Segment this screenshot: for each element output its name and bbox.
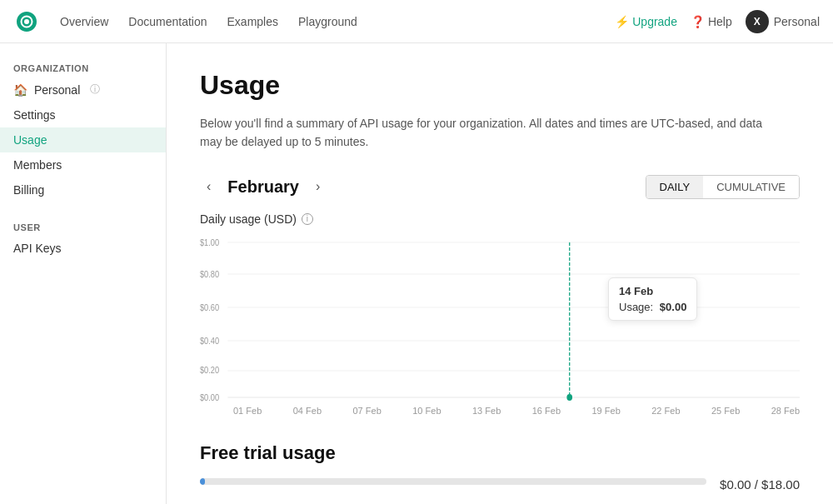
x-label-5: 16 Feb bbox=[532, 406, 561, 416]
svg-text:$0.60: $0.60 bbox=[200, 302, 219, 312]
progress-bar-container bbox=[200, 478, 706, 485]
chart-label: Daily usage (USD) bbox=[200, 212, 297, 226]
svg-text:$1.00: $1.00 bbox=[200, 237, 219, 247]
free-trial-section: Free trial usage $0.00 / $18.00 GRANT # … bbox=[200, 442, 800, 504]
home-icon: 🏠 bbox=[13, 83, 27, 97]
nav-overview[interactable]: Overview bbox=[60, 15, 108, 28]
personal-menu[interactable]: X Personal bbox=[746, 10, 820, 33]
sidebar-usage-label: Usage bbox=[13, 133, 47, 147]
nav-examples[interactable]: Examples bbox=[227, 15, 278, 28]
svg-text:$0.20: $0.20 bbox=[200, 365, 219, 375]
cumulative-view-button[interactable]: CUMULATIVE bbox=[703, 176, 799, 198]
personal-label: Personal bbox=[774, 15, 820, 28]
x-label-2: 07 Feb bbox=[353, 406, 382, 416]
chart-section: Daily usage (USD) i $1.00 $0.80 $0.60 $0… bbox=[200, 212, 800, 416]
progress-row: $0.00 / $18.00 bbox=[200, 477, 800, 492]
chart-label-row: Daily usage (USD) i bbox=[200, 212, 800, 226]
sidebar-personal-label: Personal bbox=[34, 83, 80, 97]
month-label: February bbox=[227, 177, 299, 197]
x-label-6: 19 Feb bbox=[592, 406, 621, 416]
month-navigation: ‹ February › DAILY CUMULATIVE bbox=[200, 175, 800, 199]
x-label-7: 22 Feb bbox=[651, 406, 680, 416]
svg-point-0 bbox=[24, 19, 29, 24]
main-layout: ORGANIZATION 🏠 Personal ⓘ Settings Usage… bbox=[0, 43, 833, 504]
nav-playground[interactable]: Playground bbox=[298, 15, 357, 28]
progress-amount: $0.00 / $18.00 bbox=[720, 477, 800, 492]
nav-right: ⚡ Upgrade ❓ Help X Personal bbox=[615, 10, 820, 33]
sidebar: ORGANIZATION 🏠 Personal ⓘ Settings Usage… bbox=[0, 43, 167, 504]
sidebar-api-keys-label: API Keys bbox=[13, 242, 62, 255]
sidebar-item-personal[interactable]: 🏠 Personal ⓘ bbox=[0, 77, 166, 102]
user-section-label: USER bbox=[0, 216, 166, 236]
prev-month-button[interactable]: ‹ bbox=[200, 176, 217, 197]
sidebar-item-billing[interactable]: Billing bbox=[0, 177, 166, 202]
sidebar-settings-label: Settings bbox=[13, 108, 56, 122]
sidebar-billing-label: Billing bbox=[13, 183, 44, 197]
help-label: Help bbox=[708, 15, 732, 28]
svg-text:$0.80: $0.80 bbox=[200, 269, 219, 279]
chart-info-icon[interactable]: i bbox=[302, 213, 313, 225]
nav-documentation[interactable]: Documentation bbox=[128, 15, 207, 28]
page-description: Below you'll find a summary of API usage… bbox=[200, 114, 766, 152]
free-trial-title: Free trial usage bbox=[200, 442, 800, 464]
chart-container: $1.00 $0.80 $0.60 $0.40 $0.20 $0.00 bbox=[200, 236, 800, 402]
svg-text:$0.40: $0.40 bbox=[200, 336, 219, 346]
nav-links: Overview Documentation Examples Playgrou… bbox=[60, 15, 615, 28]
x-label-9: 28 Feb bbox=[771, 406, 800, 416]
upgrade-label: Upgrade bbox=[632, 15, 677, 28]
progress-bar-fill bbox=[200, 478, 205, 485]
x-label-8: 25 Feb bbox=[711, 406, 740, 416]
bolt-icon: ⚡ bbox=[615, 15, 629, 28]
help-button[interactable]: ❓ Help bbox=[691, 15, 732, 28]
x-label-4: 13 Feb bbox=[472, 406, 501, 416]
x-axis-labels: 01 Feb 04 Feb 07 Feb 10 Feb 13 Feb 16 Fe… bbox=[200, 402, 800, 416]
page-title: Usage bbox=[200, 70, 800, 101]
sidebar-item-api-keys[interactable]: API Keys bbox=[0, 236, 166, 261]
avatar: X bbox=[746, 10, 769, 33]
chart-svg: $1.00 $0.80 $0.60 $0.40 $0.20 $0.00 bbox=[200, 236, 800, 402]
main-content: Usage Below you'll find a summary of API… bbox=[167, 43, 833, 504]
x-label-3: 10 Feb bbox=[412, 406, 441, 416]
svg-point-14 bbox=[566, 394, 572, 401]
x-label-1: 04 Feb bbox=[293, 406, 322, 416]
org-section-label: ORGANIZATION bbox=[0, 57, 166, 77]
sidebar-item-members[interactable]: Members bbox=[0, 152, 166, 177]
view-toggle: DAILY CUMULATIVE bbox=[646, 175, 800, 199]
help-icon: ❓ bbox=[691, 15, 705, 28]
x-label-0: 01 Feb bbox=[233, 406, 262, 416]
svg-text:$0.00: $0.00 bbox=[200, 392, 219, 402]
upgrade-button[interactable]: ⚡ Upgrade bbox=[615, 15, 677, 28]
sidebar-members-label: Members bbox=[13, 158, 62, 172]
sidebar-item-settings[interactable]: Settings bbox=[0, 102, 166, 127]
top-navigation: Overview Documentation Examples Playgrou… bbox=[0, 0, 833, 43]
next-month-button[interactable]: › bbox=[309, 176, 327, 197]
info-icon: ⓘ bbox=[90, 82, 100, 97]
daily-view-button[interactable]: DAILY bbox=[646, 176, 704, 198]
sidebar-item-usage[interactable]: Usage bbox=[0, 127, 166, 152]
logo[interactable] bbox=[13, 8, 40, 35]
